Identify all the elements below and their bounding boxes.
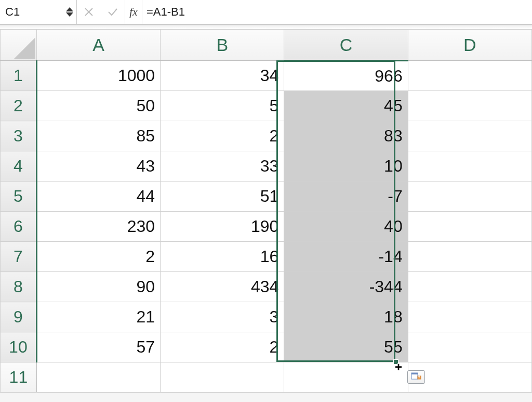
cell-D10[interactable] bbox=[408, 332, 531, 362]
row-header-5[interactable]: 5 bbox=[1, 181, 37, 212]
spinner-up-icon[interactable] bbox=[66, 7, 73, 11]
table-row: 890434-344 bbox=[1, 272, 532, 302]
column-header-a[interactable]: A bbox=[36, 30, 160, 61]
spreadsheet-grid[interactable]: A B C D 11000349662505453852834433310544… bbox=[0, 29, 532, 393]
cell-D6[interactable] bbox=[408, 212, 531, 242]
formula-input[interactable]: =A1-B1 bbox=[142, 5, 532, 19]
row-header-4[interactable]: 4 bbox=[1, 151, 37, 181]
row-header-10[interactable]: 10 bbox=[1, 332, 37, 362]
cell-B9[interactable]: 3 bbox=[161, 302, 284, 332]
cell-B7[interactable]: 16 bbox=[161, 242, 284, 272]
cell-D8[interactable] bbox=[408, 272, 531, 302]
cell-B2[interactable]: 5 bbox=[161, 91, 284, 121]
cell-C8[interactable]: -344 bbox=[284, 272, 408, 302]
autofill-icon bbox=[411, 372, 421, 382]
confirm-formula-button[interactable] bbox=[101, 0, 125, 24]
table-row: 921318 bbox=[1, 302, 532, 332]
cell-C11[interactable] bbox=[284, 362, 408, 393]
table-row: 7216-14 bbox=[1, 242, 532, 272]
cell-A5[interactable]: 44 bbox=[36, 181, 160, 212]
cell-C7[interactable]: -14 bbox=[284, 242, 408, 272]
cell-A11[interactable] bbox=[36, 362, 160, 393]
cell-A3[interactable]: 85 bbox=[36, 121, 160, 151]
select-all-corner[interactable] bbox=[1, 30, 37, 61]
row-header-1[interactable]: 1 bbox=[1, 61, 37, 91]
table-row: 1100034966 bbox=[1, 61, 532, 91]
table-row: 11 bbox=[1, 362, 532, 393]
grid-table: A B C D 11000349662505453852834433310544… bbox=[0, 29, 532, 393]
cell-C5[interactable]: -7 bbox=[284, 181, 408, 212]
check-icon bbox=[107, 6, 119, 18]
cell-A2[interactable]: 50 bbox=[36, 91, 160, 121]
formula-bar: C1 fx =A1-B1 bbox=[0, 0, 532, 25]
column-header-b[interactable]: B bbox=[161, 30, 284, 61]
cell-A7[interactable]: 2 bbox=[36, 242, 160, 272]
cancel-formula-button[interactable] bbox=[77, 0, 101, 24]
table-row: 250545 bbox=[1, 91, 532, 121]
table-row: 1057255 bbox=[1, 332, 532, 362]
name-box-spinner[interactable] bbox=[66, 7, 73, 17]
fill-cursor-icon: + bbox=[395, 361, 402, 373]
table-row: 4433310 bbox=[1, 151, 532, 181]
table-row: 385283 bbox=[1, 121, 532, 151]
cell-B8[interactable]: 434 bbox=[161, 272, 284, 302]
cell-A1[interactable]: 1000 bbox=[36, 61, 160, 91]
spinner-down-icon[interactable] bbox=[66, 12, 73, 17]
cell-A10[interactable]: 57 bbox=[36, 332, 160, 362]
cell-A6[interactable]: 230 bbox=[36, 212, 160, 242]
x-icon bbox=[83, 6, 95, 18]
cell-C2[interactable]: 45 bbox=[284, 91, 408, 121]
cell-D5[interactable] bbox=[408, 181, 531, 212]
row-header-2[interactable]: 2 bbox=[1, 91, 37, 121]
cell-B3[interactable]: 2 bbox=[161, 121, 284, 151]
table-row: 54451-7 bbox=[1, 181, 532, 212]
cell-D9[interactable] bbox=[408, 302, 531, 332]
row-header-9[interactable]: 9 bbox=[1, 302, 37, 332]
row-header-11[interactable]: 11 bbox=[1, 362, 37, 393]
row-header-7[interactable]: 7 bbox=[1, 242, 37, 272]
cell-A8[interactable]: 90 bbox=[36, 272, 160, 302]
cell-D2[interactable] bbox=[408, 91, 531, 121]
svg-rect-1 bbox=[411, 373, 418, 374]
cell-C1[interactable]: 966 bbox=[284, 61, 408, 91]
cell-B11[interactable] bbox=[161, 362, 284, 393]
name-box-text: C1 bbox=[4, 5, 64, 19]
row-header-6[interactable]: 6 bbox=[1, 212, 37, 242]
row-header-3[interactable]: 3 bbox=[1, 121, 37, 151]
cell-B6[interactable]: 190 bbox=[161, 212, 284, 242]
cell-B5[interactable]: 51 bbox=[161, 181, 284, 212]
cell-D1[interactable] bbox=[408, 61, 531, 91]
cell-C6[interactable]: 40 bbox=[284, 212, 408, 242]
cell-B1[interactable]: 34 bbox=[161, 61, 284, 91]
cell-D4[interactable] bbox=[408, 151, 531, 181]
cell-B10[interactable]: 2 bbox=[161, 332, 284, 362]
column-header-d[interactable]: D bbox=[408, 30, 531, 61]
column-header-c[interactable]: C bbox=[284, 30, 408, 61]
autofill-options-button[interactable] bbox=[407, 370, 425, 384]
cell-C9[interactable]: 18 bbox=[284, 302, 408, 332]
cell-B4[interactable]: 33 bbox=[161, 151, 284, 181]
divider bbox=[0, 25, 532, 29]
cell-A9[interactable]: 21 bbox=[36, 302, 160, 332]
cell-C3[interactable]: 83 bbox=[284, 121, 408, 151]
cell-D7[interactable] bbox=[408, 242, 531, 272]
cell-D3[interactable] bbox=[408, 121, 531, 151]
row-header-8[interactable]: 8 bbox=[1, 272, 37, 302]
fx-button[interactable]: fx bbox=[125, 0, 142, 24]
cell-C10[interactable]: 55 bbox=[284, 332, 408, 362]
cell-D11[interactable] bbox=[408, 362, 531, 393]
table-row: 623019040 bbox=[1, 212, 532, 242]
cell-A4[interactable]: 43 bbox=[36, 151, 160, 181]
name-box[interactable]: C1 bbox=[0, 0, 77, 24]
cell-C4[interactable]: 10 bbox=[284, 151, 408, 181]
